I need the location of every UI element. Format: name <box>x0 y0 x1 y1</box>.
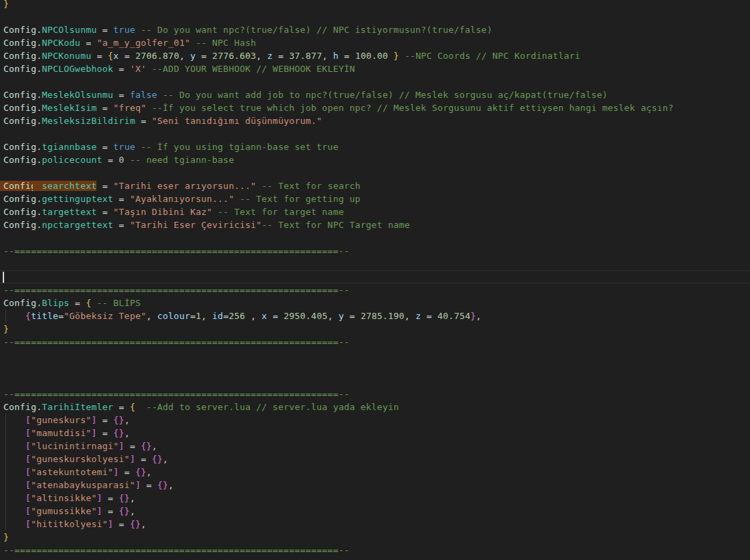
code-line[interactable]: } <box>0 0 750 10</box>
code-line[interactable]: Config.MesleksizBildirim = "Seni tanıdığ… <box>0 114 750 127</box>
code-line[interactable]: --======================================… <box>0 544 750 557</box>
code-line[interactable]: ["altinsikke"] = {}, <box>0 492 750 505</box>
code-line[interactable]: ["astekuntotemi"] = {}, <box>0 466 750 479</box>
code-token: -- need tgiann-base <box>125 155 235 165</box>
code-line[interactable]: Config.NPCKodu = "a_m_y_golfer_01" -- NP… <box>0 36 750 49</box>
code-token: "altinsikke" <box>31 493 96 503</box>
code-line[interactable]: --======================================… <box>0 387 750 400</box>
code-token: = <box>69 298 86 308</box>
code-token: --======================================… <box>3 389 350 399</box>
code-line[interactable]: Config.NPCOlsunmu = true -- Do you want … <box>0 23 750 36</box>
code-line[interactable]: Config.Blips = { -- BLİPS <box>0 296 750 309</box>
code-token: . <box>36 155 42 165</box>
code-token: = <box>272 51 289 61</box>
code-line[interactable]: --======================================… <box>0 283 750 296</box>
code-token: = <box>135 116 152 126</box>
code-line[interactable]: ["guneskurskolyesi"] = {}, <box>0 453 750 466</box>
code-line[interactable]: --======================================… <box>0 244 750 257</box>
code-line[interactable]: Config.npctargettext = "Tarihi Eser Çevi… <box>0 218 750 231</box>
code-line[interactable]: Config.tgiannbase = true -- İf you using… <box>0 140 750 153</box>
code-token: "Taşın Dibini Kaz" <box>114 207 212 217</box>
code-token: "Ayaklanıyorsun..." <box>130 194 235 204</box>
code-token: ] <box>119 441 125 451</box>
code-token: [ <box>25 480 31 490</box>
code-token: = <box>103 155 119 165</box>
code-line[interactable]: ["guneskurs"] = {}, <box>0 413 750 427</box>
code-token: = <box>103 506 119 516</box>
code-token: "Tarihi Eser Çeviricisi" <box>130 220 262 230</box>
code-token: { <box>130 402 135 412</box>
code-line[interactable]: Config.gettinguptext = "Ayaklanıyorsun..… <box>0 192 750 205</box>
code-token: Config <box>3 207 36 217</box>
code-line[interactable]: --======================================… <box>0 335 750 348</box>
code-token: } <box>3 532 9 542</box>
code-token: {} <box>119 493 130 503</box>
code-line[interactable] <box>0 127 750 140</box>
code-token: gettinguptext <box>42 194 113 204</box>
code-token: = <box>114 90 130 100</box>
code-token: "freq" <box>114 103 146 113</box>
code-token: -- Text for NPC Target name <box>261 220 410 230</box>
code-token: -- Text for target name <box>212 207 344 217</box>
code-token: true <box>114 25 135 35</box>
code-token: --======================================… <box>3 337 350 347</box>
code-line[interactable]: Config.NPCLOGwebhook = 'X' --ADD YOUR WE… <box>0 62 750 75</box>
code-line[interactable] <box>0 361 750 374</box>
code-line[interactable]: Config.NPCKonumu = {x = 2706.870, y = 27… <box>0 49 750 62</box>
code-token: . <box>36 51 42 61</box>
code-line[interactable]: Config.searchtext = "Tarihi eser arıyors… <box>0 179 750 192</box>
code-line[interactable] <box>0 270 750 283</box>
code-line[interactable]: Config.MeslekOlsunmu = false -- Do you w… <box>0 88 750 101</box>
code-line[interactable] <box>0 374 750 387</box>
code-token: id <box>212 311 223 321</box>
code-line[interactable]: } <box>0 322 750 335</box>
code-token: , <box>125 428 130 438</box>
code-token: false <box>130 90 157 100</box>
code-line[interactable] <box>0 75 750 88</box>
code-token: tgiannbase <box>42 142 96 152</box>
code-line[interactable] <box>0 257 750 270</box>
code-line[interactable] <box>0 348 750 361</box>
code-line[interactable]: Config.policecount = 0 -- need tgiann-ba… <box>0 153 750 166</box>
code-token: . <box>36 142 42 152</box>
code-token: -- Text for getting up <box>234 194 361 204</box>
code-line[interactable]: ["lucinintirnagi"] = {}, <box>0 440 750 453</box>
code-line[interactable] <box>0 166 750 179</box>
code-line[interactable]: } <box>0 531 750 544</box>
code-token: = <box>223 311 229 321</box>
code-token <box>3 467 25 477</box>
code-token: [ <box>25 519 31 529</box>
code-line[interactable]: ["hititkolyesi"] = {}, <box>0 518 750 531</box>
code-token: [ <box>25 428 31 438</box>
code-line[interactable] <box>0 10 750 23</box>
highlighted-code-token: . <box>36 181 42 191</box>
code-token: , <box>141 519 146 529</box>
code-token: true <box>114 142 135 152</box>
code-line[interactable]: Config.TarihiItemler = { --Add to server… <box>0 400 750 413</box>
code-line[interactable]: Config.MeslekIsim = "freq" --İf you sele… <box>0 101 750 114</box>
code-token: "Seni tanıdığımı düşünmüyorum." <box>152 116 322 126</box>
code-token: title <box>31 311 58 321</box>
code-token: } <box>470 311 476 321</box>
code-line[interactable]: Config.targettext = "Taşın Dibini Kaz" -… <box>0 205 750 218</box>
code-token: = <box>119 51 135 61</box>
code-line[interactable]: ["gumussikke"] = {}, <box>0 505 750 518</box>
code-token: "lucinintirnagi" <box>31 441 118 451</box>
code-token: ] <box>108 519 114 529</box>
code-token: , <box>245 311 261 321</box>
code-token: = <box>114 64 130 74</box>
code-editor[interactable]: }Config.NPCOlsunmu = true -- Do you want… <box>0 0 750 560</box>
code-line[interactable]: ["atenabaykusparasi"] = {}, <box>0 479 750 492</box>
code-line[interactable]: ["mamutdisi"] = {}, <box>0 427 750 440</box>
code-line[interactable] <box>0 231 750 244</box>
code-token: , <box>404 311 415 321</box>
code-token: . <box>36 402 42 412</box>
code-token: , <box>476 311 482 321</box>
code-token: = <box>96 207 113 217</box>
code-token: { <box>108 51 114 61</box>
code-token: = <box>267 311 283 321</box>
code-line[interactable]: {title="Göbeksiz Tepe", colour=1, id=256… <box>0 309 750 322</box>
code-token: , <box>152 441 157 451</box>
code-token: ] <box>130 454 135 464</box>
code-token: , <box>168 480 174 490</box>
